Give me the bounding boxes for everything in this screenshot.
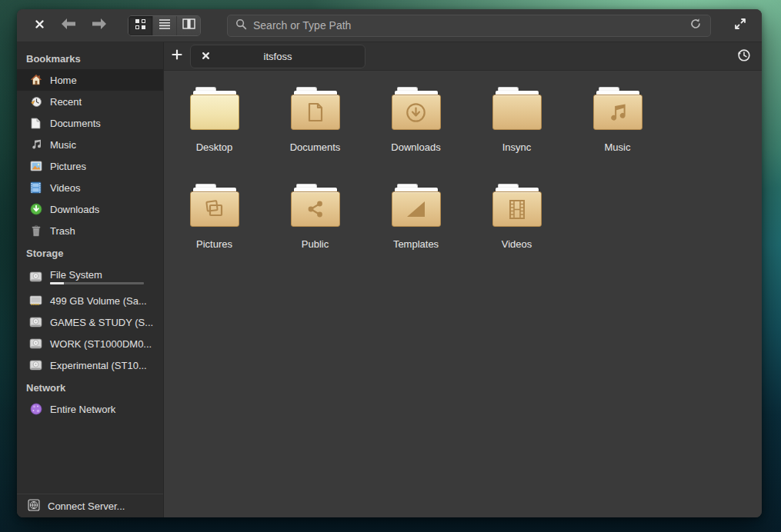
- sidebar-item-work-st1000dm0[interactable]: WORK (ST1000DM0...: [17, 333, 163, 354]
- sidebar-item-label: Recent: [50, 96, 82, 108]
- folder-icon: [190, 184, 239, 227]
- folder-icon: [392, 87, 441, 130]
- sidebar-item-downloads[interactable]: Downloads: [17, 198, 163, 220]
- connect-server-label: Connect Server...: [48, 500, 125, 512]
- folder-insync[interactable]: Insync: [466, 87, 567, 184]
- sidebar-item-entire-network[interactable]: Entire Network: [17, 398, 163, 420]
- folder-pictures[interactable]: Pictures: [164, 184, 265, 281]
- globe-icon: [29, 403, 42, 416]
- tab-itsfoss[interactable]: itsfoss: [190, 45, 365, 68]
- window-close-button[interactable]: [31, 17, 48, 34]
- refresh-button[interactable]: [687, 17, 704, 34]
- tab-close-icon: [202, 49, 210, 63]
- download-badge-icon: [29, 203, 42, 216]
- sidebar-item-recent[interactable]: Recent: [17, 91, 163, 112]
- sidebar-item-label: 499 GB Volume (Sa...: [50, 295, 147, 307]
- sidebar-item-label: Music: [50, 139, 76, 151]
- sidebar-spacer: [17, 420, 163, 494]
- sidebar-item-499-gb-volume-sa[interactable]: 499 GB Volume (Sa...: [17, 290, 163, 311]
- triangle-icon: [406, 198, 427, 220]
- folder-documents[interactable]: Documents: [265, 87, 365, 184]
- view-mode-toggle: [128, 15, 201, 36]
- share-icon: [305, 198, 326, 220]
- folder-videos[interactable]: Videos: [466, 184, 567, 281]
- folder-icon: [190, 87, 239, 130]
- sidebar-item-experimental-st10[interactable]: Experimental (ST10...: [17, 354, 163, 376]
- sidebar-item-label: File System: [50, 269, 144, 281]
- plus-icon: [172, 49, 182, 63]
- server-icon: [28, 499, 40, 514]
- folder-label: Insync: [502, 141, 532, 153]
- disk-icon: [29, 316, 42, 329]
- sidebar-item-games-study-s[interactable]: GAMES & STUDY (S...: [17, 311, 163, 333]
- list-view-icon: [159, 18, 171, 32]
- folder-music[interactable]: Music: [567, 87, 668, 184]
- folder-public[interactable]: Public: [265, 184, 365, 281]
- refresh-icon: [689, 18, 702, 33]
- folder-label: Templates: [393, 238, 439, 250]
- expand-icon: [734, 18, 746, 33]
- folder-label: Documents: [290, 141, 341, 153]
- sidebar-item-label: GAMES & STUDY (S...: [50, 317, 153, 328]
- folder-icon: [492, 87, 542, 130]
- sidebar-item-label: Experimental (ST10...: [50, 360, 147, 371]
- home-icon: [29, 74, 42, 87]
- close-icon: [35, 18, 45, 32]
- fullscreen-button[interactable]: [731, 16, 749, 35]
- sidebar-section-bookmarks: Bookmarks: [17, 47, 163, 69]
- sidebar-item-label: Downloads: [50, 204, 99, 215]
- sidebar-item-label: Entire Network: [50, 404, 115, 415]
- sidebar-item-label: Trash: [50, 225, 75, 237]
- sidebar-section-network: Network: [17, 376, 163, 398]
- sidebar-item-label: Home: [50, 75, 77, 86]
- search-bar[interactable]: [227, 15, 711, 37]
- sidebar-item-home[interactable]: Home: [17, 69, 163, 91]
- tab-label: itsfoss: [212, 51, 357, 62]
- search-input[interactable]: [253, 19, 687, 32]
- disk-icon: [29, 337, 42, 351]
- connect-server-button[interactable]: Connect Server...: [17, 494, 163, 517]
- note-icon: [607, 101, 629, 123]
- none-icon: [204, 101, 225, 123]
- sidebar-section-storage: Storage: [17, 241, 163, 264]
- sidebar-item-documents[interactable]: Documents: [17, 112, 163, 134]
- folder-label: Downloads: [391, 141, 440, 153]
- music-icon: [29, 138, 42, 151]
- folder-label: Pictures: [196, 238, 232, 250]
- column-view-icon: [182, 18, 195, 32]
- main-pane: itsfoss Desktop: [164, 42, 762, 517]
- sidebar-item-music[interactable]: Music: [17, 134, 163, 155]
- sidebar: Bookmarks Home Recent: [17, 42, 164, 517]
- folder-label: Videos: [502, 238, 532, 250]
- history-button[interactable]: [734, 47, 753, 65]
- sidebar-item-file-system[interactable]: File System: [17, 264, 163, 290]
- sidebar-item-pictures[interactable]: Pictures: [17, 155, 163, 177]
- folder-templates[interactable]: Templates: [365, 184, 466, 281]
- folder-desktop[interactable]: Desktop: [164, 87, 265, 184]
- column-view-button[interactable]: [176, 16, 200, 35]
- grid-view-button[interactable]: [128, 16, 152, 35]
- forward-arrow-icon: [91, 18, 108, 33]
- folder-view: Desktop Documents: [164, 71, 762, 517]
- sidebar-item-videos[interactable]: Videos: [17, 177, 163, 198]
- back-button[interactable]: [58, 17, 78, 34]
- disk2-icon: [29, 294, 42, 308]
- folder-icon: [291, 184, 340, 227]
- folder-icon: [492, 184, 542, 227]
- folder-icon: [593, 87, 642, 130]
- disk-icon: [29, 359, 42, 372]
- folder-icon: [392, 184, 441, 227]
- grid-view-icon: [135, 18, 146, 33]
- forward-button[interactable]: [89, 17, 109, 34]
- new-tab-button[interactable]: [164, 42, 190, 70]
- list-view-button[interactable]: [152, 16, 176, 35]
- history-icon: [736, 48, 751, 65]
- toolbar: [17, 9, 762, 42]
- document-icon: [29, 117, 42, 130]
- down-circle-icon: [406, 101, 427, 123]
- tab-close-button[interactable]: [199, 49, 212, 63]
- folder-downloads[interactable]: Downloads: [365, 87, 466, 184]
- sidebar-item-label: Pictures: [50, 161, 86, 172]
- sidebar-item-trash[interactable]: Trash: [17, 220, 163, 241]
- sidebar-item-label: Videos: [50, 182, 81, 194]
